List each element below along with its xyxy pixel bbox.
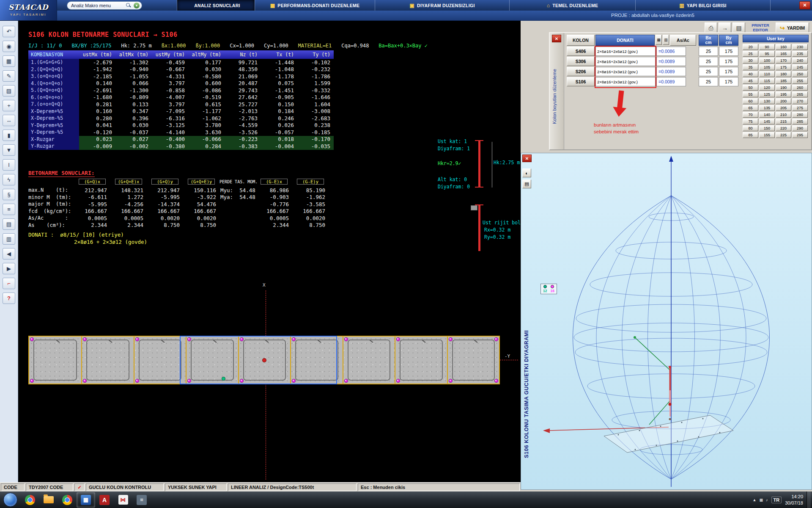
language-indicator[interactable]: TR (771, 497, 782, 503)
by-cell[interactable]: 175 (719, 57, 738, 66)
user-key-button[interactable]: 75 (743, 119, 758, 124)
user-key-button[interactable]: 20 (743, 44, 758, 50)
tab[interactable]: ▥ YAPI BILGI GIRISI (635, 0, 771, 11)
user-key-button[interactable]: 255 (792, 78, 808, 84)
user-key-button[interactable]: 140 (759, 112, 775, 118)
by-column-header[interactable]: Bycm (719, 35, 738, 46)
layers-icon[interactable]: ≡ (3, 204, 15, 215)
user-key-button[interactable]: 245 (792, 64, 808, 70)
help-icon[interactable]: ? (3, 293, 15, 304)
rotate-view-icon[interactable]: ◐ (522, 168, 531, 177)
by-cell[interactable]: 175 (719, 77, 738, 86)
autocad-icon[interactable]: A (95, 492, 114, 508)
user-key-button[interactable]: 125 (759, 91, 775, 97)
analysis-macro-menu[interactable]: Analiz Makro menu ▾ (67, 1, 142, 10)
load-icon[interactable]: ϟ (3, 174, 15, 185)
panel-close-button[interactable]: ✕ (522, 155, 532, 162)
interaction-surface-plot[interactable] (521, 153, 812, 490)
user-key-button[interactable]: 270 (792, 98, 808, 104)
user-key-button[interactable]: 30 (743, 58, 758, 64)
tab[interactable]: ▦ PERFORMANS-DONATI DUZENLEME (255, 0, 375, 11)
edit-icon[interactable]: ✎ (3, 70, 15, 82)
user-key-button[interactable]: 175 (776, 64, 791, 70)
user-key-button[interactable]: 45 (743, 78, 758, 84)
user-key-button[interactable]: 225 (776, 132, 791, 138)
clock[interactable]: 14:20 30/07/18 (785, 494, 803, 506)
tab[interactable]: ⌂ TEMEL DUZENLEME (509, 0, 635, 11)
user-key-button[interactable]: 95 (759, 51, 775, 57)
kolon-column-header[interactable]: KOLON (567, 35, 595, 46)
donati-column-header[interactable]: DONATI (595, 35, 655, 46)
user-key-button[interactable]: 280 (792, 112, 808, 118)
tab[interactable]: ▣ DIYAFRAM DUZENSIZLIGI (375, 0, 509, 11)
user-key-button[interactable]: 235 (792, 51, 808, 57)
user-key-button[interactable]: 50 (743, 85, 758, 91)
book-icon[interactable]: ▥ (3, 233, 15, 245)
donati-edit-icon[interactable]: ▥ (663, 35, 669, 45)
user-key-button[interactable]: 55 (743, 91, 758, 97)
user-key-button[interactable]: 65 (743, 105, 758, 111)
kolon-name-button[interactable]: S106 (567, 77, 595, 86)
user-key-button[interactable]: 85 (743, 132, 758, 138)
donati-table-icon[interactable]: ▦ (656, 35, 662, 45)
hatch-icon[interactable]: ▨ (3, 85, 15, 97)
browser-icon[interactable] (21, 492, 39, 508)
user-key-button[interactable]: 210 (776, 112, 791, 118)
user-key-button[interactable]: 265 (792, 91, 808, 97)
user-key-button[interactable]: 250 (792, 71, 808, 77)
show-desktop-button[interactable] (807, 491, 811, 508)
user-key-button[interactable]: 260 (792, 85, 808, 91)
user-key-button[interactable]: 120 (759, 85, 775, 91)
user-key-button[interactable]: 195 (776, 91, 791, 97)
kolon-name-button[interactable]: S406 (567, 47, 595, 56)
user-key-button[interactable]: 80 (743, 125, 758, 131)
column-icon[interactable]: ▮ (3, 130, 15, 141)
user-key-button[interactable]: 230 (792, 44, 808, 50)
bx-cell[interactable]: 25 (699, 67, 718, 76)
user-key-button[interactable]: 70 (743, 112, 758, 118)
folder-icon[interactable] (39, 492, 58, 508)
start-button[interactable] (3, 493, 17, 507)
filter-icon[interactable]: ▼ (3, 144, 15, 156)
user-key-button[interactable]: 170 (776, 58, 791, 64)
kolon-name-button[interactable]: S206 (567, 67, 595, 76)
user-key-button[interactable]: 215 (776, 119, 791, 124)
by-cell[interactable]: 175 (719, 47, 738, 56)
section-icon[interactable]: § (3, 189, 15, 200)
user-key-button[interactable]: 165 (776, 51, 791, 57)
dimension-icon[interactable]: ↔ (3, 115, 15, 126)
kolon-name-button[interactable]: S306 (567, 57, 595, 66)
dropdown-arrow-icon[interactable]: ▾ (134, 3, 140, 8)
user-key-button[interactable]: 60 (743, 98, 758, 104)
tab[interactable]: ANALIZ SONUCLARI (177, 0, 255, 11)
user-key-button[interactable]: 205 (776, 105, 791, 111)
user-key-button[interactable]: 105 (759, 64, 775, 70)
user-key-button[interactable]: 180 (776, 71, 791, 77)
window-close-button[interactable]: ✕ (799, 1, 810, 9)
grid-icon[interactable]: ▦ (3, 55, 15, 67)
chrome-icon[interactable] (58, 492, 77, 508)
user-key-button[interactable]: 185 (776, 78, 791, 84)
user-key-button[interactable]: 240 (792, 58, 808, 64)
bx-column-header[interactable]: Bxcm (699, 35, 718, 46)
user-key-button[interactable]: 150 (759, 125, 775, 131)
user-key-button[interactable]: 160 (776, 44, 791, 50)
user-key-button[interactable]: 285 (792, 119, 808, 124)
user-key-button[interactable]: 220 (776, 125, 791, 131)
beam-icon[interactable]: I (3, 159, 15, 171)
user-key-button[interactable]: 135 (759, 105, 775, 111)
user-key-button[interactable]: 90 (759, 44, 775, 50)
undo-icon[interactable]: ↶ (3, 26, 15, 37)
user-key-button[interactable]: 190 (776, 85, 791, 91)
report-icon[interactable]: ▤ (3, 218, 15, 230)
user-key-button[interactable]: 110 (759, 71, 775, 77)
user-key-button[interactable]: 200 (776, 98, 791, 104)
user-key-button[interactable]: 155 (759, 132, 775, 138)
bx-cell[interactable]: 25 (699, 47, 718, 56)
bx-cell[interactable]: 25 (699, 57, 718, 66)
next-icon[interactable]: ▶ (3, 263, 15, 274)
user-key-button[interactable]: 295 (792, 132, 808, 138)
panel-close-button[interactable]: ✕ (552, 35, 561, 42)
sta4cad-icon[interactable]: ▦ (77, 492, 95, 508)
prev-icon[interactable]: ◀ (3, 248, 15, 260)
